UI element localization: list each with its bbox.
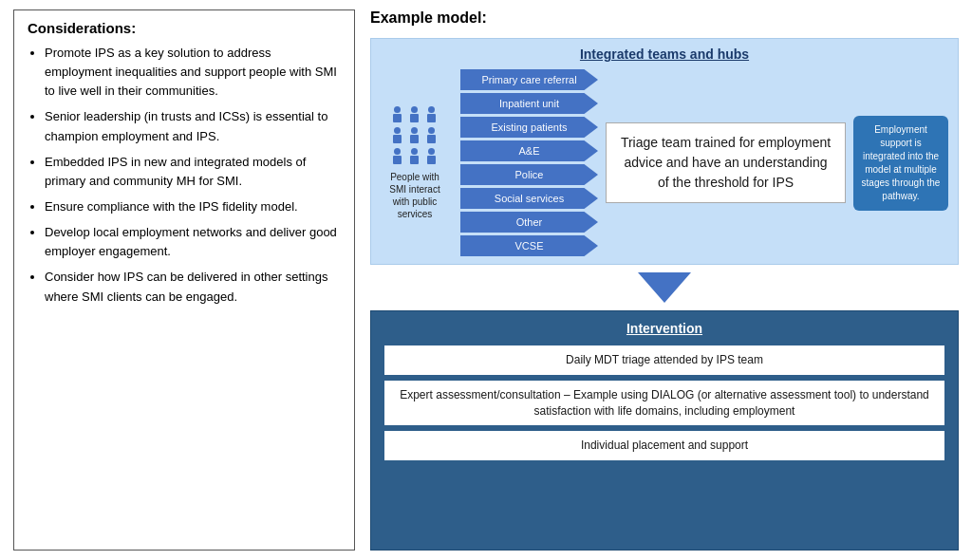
bullet-2: Senior leadership (in trusts and ICSs) i…	[45, 107, 341, 145]
intervention-step-1: Daily MDT triage attended by IPS team	[384, 345, 944, 375]
bullet-4: Ensure compliance with the IPS fidelity …	[45, 197, 341, 216]
intervention-step-3: Individual placement and support	[384, 431, 944, 460]
employment-support-bubble: Employment support is integrated into th…	[853, 116, 948, 211]
people-figure: People with SMI interact with public ser…	[381, 106, 449, 220]
people-label: People with SMI interact with public ser…	[381, 171, 449, 220]
bullet-3: Embedded IPS in new and integrated model…	[45, 153, 341, 191]
bullet-6: Consider how IPS can be delivered in oth…	[45, 268, 341, 306]
person-icon	[407, 106, 421, 123]
integrated-teams-box: Integrated teams and hubs	[370, 38, 959, 265]
entry-inpatient: Inpatient unit	[460, 93, 598, 114]
person-icon	[407, 148, 421, 165]
example-model-title: Example model:	[370, 9, 959, 27]
entry-ae: A&E	[460, 140, 598, 161]
person-icon	[424, 106, 438, 123]
intervention-box: Intervention Daily MDT triage attended b…	[370, 310, 959, 551]
entry-list: Primary care referral Inpatient unit Exi…	[460, 69, 598, 256]
person-icon	[407, 127, 421, 144]
considerations-title: Considerations:	[28, 20, 341, 36]
person-icon	[424, 148, 438, 165]
triage-box: Triage team trained for employment advic…	[606, 122, 846, 203]
entry-existing-patients: Existing patients	[460, 117, 598, 138]
person-icon	[390, 127, 403, 144]
main-container: Considerations: Promote IPS as a key sol…	[13, 9, 959, 551]
integrated-teams-title: Integrated teams and hubs	[381, 47, 948, 62]
person-icon	[390, 148, 403, 165]
down-arrow-icon	[638, 272, 691, 303]
top-diagram-inner: People with SMI interact with public ser…	[381, 69, 948, 256]
intervention-step-2: Expert assessment/consultation – Example…	[384, 381, 944, 426]
considerations-panel: Considerations: Promote IPS as a key sol…	[13, 9, 355, 551]
intervention-title: Intervention	[384, 321, 944, 336]
example-model-panel: Example model: Integrated teams and hubs	[370, 9, 959, 551]
entry-other: Other	[460, 212, 598, 233]
entry-social-services: Social services	[460, 188, 598, 209]
entry-vcse: VCSE	[460, 235, 598, 256]
person-icon	[390, 106, 403, 123]
considerations-list: Promote IPS as a key solution to address…	[28, 44, 341, 307]
people-icons	[390, 106, 439, 167]
person-icon	[424, 127, 438, 144]
down-arrow-container	[370, 272, 959, 303]
entry-police: Police	[460, 164, 598, 185]
bullet-5: Develop local employment networks and de…	[45, 223, 341, 261]
bullet-1: Promote IPS as a key solution to address…	[45, 44, 341, 101]
entry-primary-care: Primary care referral	[460, 69, 598, 90]
